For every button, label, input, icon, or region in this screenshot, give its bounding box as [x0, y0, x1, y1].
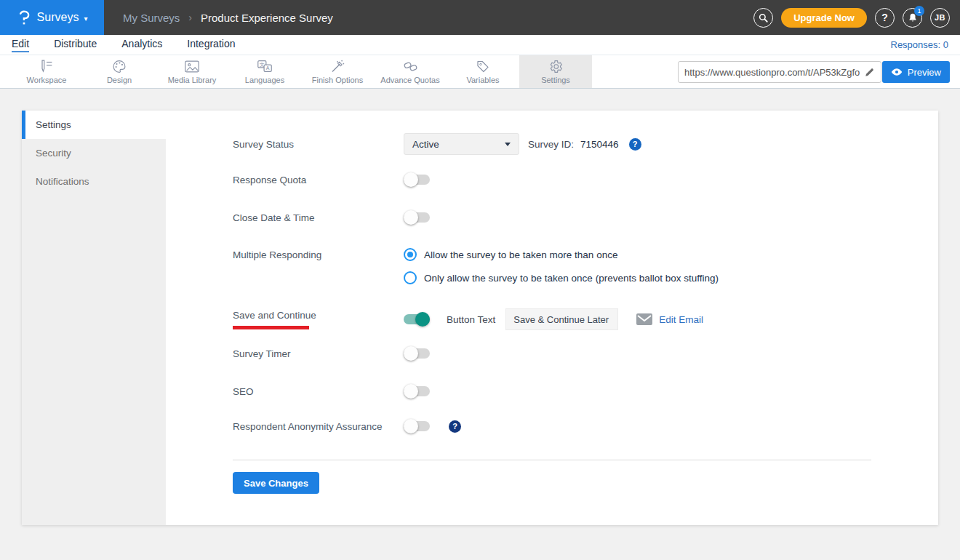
survey-id-help-icon[interactable]: ? [629, 138, 641, 151]
question-mark-icon: ? [881, 12, 888, 23]
sidebar-item-notifications[interactable]: Notifications [22, 167, 166, 196]
survey-status-value: Active [412, 139, 439, 150]
breadcrumb-my-surveys[interactable]: My Surveys [123, 12, 180, 24]
workspace-icon [38, 59, 55, 74]
seo-label: SEO [233, 386, 404, 397]
survey-nav-tabs: Edit Distribute Analytics Integration Re… [0, 35, 960, 55]
survey-id-label: Survey ID: [528, 139, 574, 150]
avatar-initials: JB [935, 13, 945, 22]
app-menu-label: Surveys [37, 11, 79, 24]
toolbar-item-settings[interactable]: Settings [519, 55, 592, 88]
toolbar-item-languages[interactable]: 文A Languages [228, 55, 301, 88]
top-header: Surveys ▾ My Surveys › Product Experienc… [0, 0, 960, 35]
settings-sidebar: Settings Security Notifications [22, 111, 166, 525]
response-quota-label: Response Quota [233, 175, 404, 185]
save-and-continue-row: Save and Continue Button Text Edit Email [233, 308, 924, 330]
survey-url-box [678, 61, 881, 83]
edit-url-pencil-icon[interactable] [864, 67, 875, 78]
responses-count: Responses: 0 [891, 39, 949, 50]
breadcrumb-current-survey: Product Experience Survey [201, 12, 333, 24]
survey-status-label: Survey Status [233, 139, 404, 150]
survey-id-value: 7150446 [580, 139, 619, 150]
multiple-responding-row: Multiple Responding Allow the survey to … [233, 248, 924, 284]
questionpro-logo-icon [17, 9, 32, 26]
user-avatar[interactable]: JB [930, 8, 950, 28]
toolbar-item-workspace[interactable]: Workspace [10, 55, 83, 88]
settings-icon [548, 59, 564, 74]
radio-allow-multiple[interactable]: Allow the survey to be taken more than o… [404, 248, 719, 261]
respondent-anonymity-help-icon[interactable]: ? [449, 420, 461, 433]
chevron-down-icon [505, 143, 511, 146]
settings-form: Survey Status Active Survey ID: 7150446 … [166, 111, 938, 525]
sidebar-item-security[interactable]: Security [22, 139, 166, 167]
tab-analytics[interactable]: Analytics [121, 38, 162, 52]
chevron-down-icon: ▾ [84, 15, 87, 23]
close-date-label: Close Date & Time [233, 212, 404, 223]
media-library-icon [183, 59, 201, 74]
survey-timer-toggle[interactable] [404, 346, 430, 361]
response-quota-row: Response Quota [233, 172, 924, 187]
variables-icon [475, 59, 491, 74]
notification-count-badge: 1 [914, 6, 924, 16]
notifications-button[interactable]: 1 [903, 8, 922, 28]
surveys-app-menu[interactable]: Surveys ▾ [0, 0, 104, 35]
edit-email-link[interactable]: Edit Email [659, 314, 703, 325]
breadcrumb-separator: › [188, 12, 192, 23]
radio-button-icon[interactable] [404, 248, 417, 261]
help-button[interactable]: ? [875, 8, 895, 28]
radio-button-icon[interactable] [404, 271, 417, 284]
save-and-continue-label-block: Save and Continue [233, 310, 404, 329]
button-text-input[interactable] [505, 308, 618, 330]
settings-card: Settings Security Notifications Survey S… [22, 111, 938, 525]
respondent-anonymity-toggle[interactable] [404, 419, 430, 433]
breadcrumb: My Surveys › Product Experience Survey [123, 12, 333, 24]
eye-icon [891, 68, 903, 76]
envelope-icon[interactable] [636, 313, 652, 325]
upgrade-now-button[interactable]: Upgrade Now [781, 8, 867, 28]
toolbar-item-variables[interactable]: Variables [447, 55, 519, 88]
toolbar-item-design[interactable]: Design [83, 55, 156, 88]
search-icon [758, 12, 769, 23]
tab-integration[interactable]: Integration [187, 38, 235, 52]
survey-timer-label: Survey Timer [233, 348, 404, 359]
save-and-continue-label: Save and Continue [233, 310, 404, 321]
page-body: Settings Security Notifications Survey S… [0, 89, 960, 547]
save-and-continue-toggle[interactable] [404, 312, 430, 327]
respondent-anonymity-label: Respondent Anonymity Assurance [233, 421, 404, 432]
sidebar-item-settings[interactable]: Settings [22, 111, 166, 139]
form-divider [233, 460, 871, 460]
toolbar-item-finish-options[interactable]: Finish Options [301, 55, 374, 88]
languages-icon: 文A [256, 59, 273, 74]
tab-distribute[interactable]: Distribute [54, 38, 97, 52]
design-icon [111, 59, 127, 74]
radio-only-once[interactable]: Only allow the survey to be taken once (… [404, 271, 719, 284]
survey-status-row: Survey Status Active Survey ID: 7150446 … [233, 133, 924, 155]
multiple-responding-label: Multiple Responding [233, 248, 404, 260]
search-button[interactable] [753, 8, 773, 28]
seo-row: SEO [233, 384, 924, 399]
toolbar-item-advance-quotas[interactable]: Advance Quotas [374, 55, 447, 88]
edit-toolbar: Workspace Design Media Library 文A Langua… [0, 55, 960, 89]
survey-timer-row: Survey Timer [233, 346, 924, 361]
close-date-row: Close Date & Time [233, 210, 924, 225]
save-changes-button[interactable]: Save Changes [233, 472, 319, 494]
multiple-responding-options: Allow the survey to be taken more than o… [404, 248, 719, 284]
button-text-label: Button Text [447, 314, 495, 325]
toolbar-item-media-library[interactable]: Media Library [156, 55, 228, 88]
preview-button[interactable]: Preview [882, 61, 950, 83]
respondent-anonymity-row: Respondent Anonymity Assurance ? [233, 419, 924, 433]
advance-quotas-icon [402, 59, 419, 74]
survey-status-dropdown[interactable]: Active [404, 133, 519, 155]
red-highlight-underline [233, 326, 309, 329]
svg-text:A: A [266, 65, 270, 71]
close-date-toggle[interactable] [404, 210, 430, 225]
finish-options-icon [329, 59, 345, 74]
tab-edit[interactable]: Edit [12, 38, 29, 52]
topbar-actions: Upgrade Now ? 1 JB [753, 0, 950, 35]
seo-toggle[interactable] [404, 384, 430, 399]
survey-url-input[interactable] [684, 67, 864, 78]
response-quota-toggle[interactable] [404, 172, 430, 187]
